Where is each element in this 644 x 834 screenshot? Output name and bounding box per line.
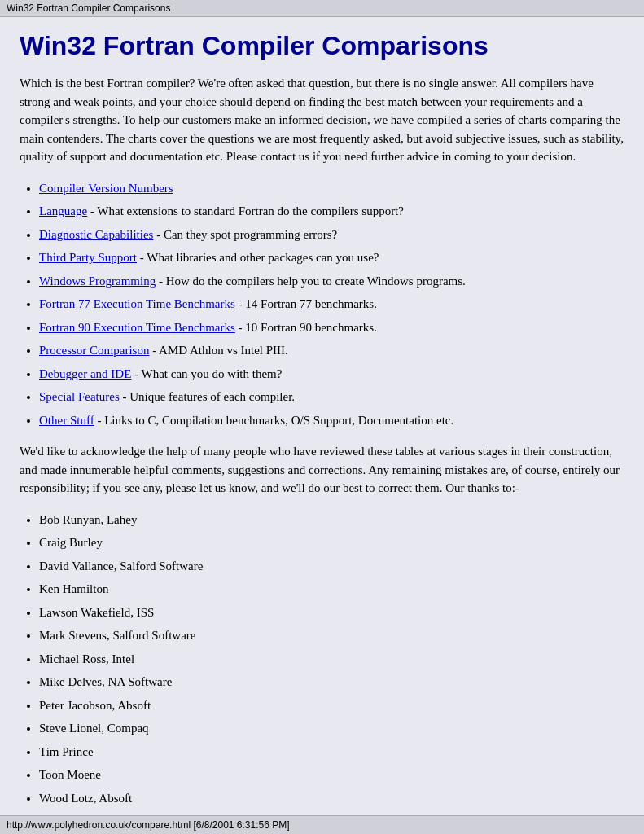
title-bar: Win32 Fortran Compiler Comparisons (0, 0, 644, 17)
link-item-2: Diagnostic Capabilities - Can they spot … (39, 226, 624, 244)
thanks-item-10: Tim Prince (39, 743, 624, 762)
title-bar-text: Win32 Fortran Compiler Comparisons (7, 2, 170, 14)
thanks-item-9: Steve Lionel, Compaq (39, 719, 624, 738)
intro-paragraph: Which is the best Fortran compiler? We'r… (20, 74, 624, 166)
link-suffix-4: - How do the compilers help you to creat… (156, 274, 466, 288)
link-item-0: Compiler Version Numbers (39, 179, 624, 198)
link-2[interactable]: Diagnostic Capabilities (39, 228, 153, 241)
link-5[interactable]: Fortran 77 Execution Time Benchmarks (39, 297, 235, 310)
link-10[interactable]: Other Stuff (39, 414, 94, 427)
link-8[interactable]: Debugger and IDE (39, 367, 131, 380)
main-content: Win32 Fortran Compiler Comparisons Which… (0, 17, 644, 834)
link-item-7: Processor Comparison - AMD Athlon vs Int… (39, 341, 624, 360)
link-3[interactable]: Third Party Support (39, 251, 137, 264)
link-item-6: Fortran 90 Execution Time Benchmarks - 1… (39, 318, 624, 337)
thanks-list: Bob Runyan, LaheyCraig BurleyDavid Valla… (39, 511, 624, 808)
thanks-item-8: Peter Jacobson, Absoft (39, 696, 624, 715)
link-9[interactable]: Special Features (39, 390, 120, 403)
thanks-item-12: Wood Lotz, Absoft (39, 789, 624, 808)
thanks-item-7: Mike Delves, NA Software (39, 673, 624, 691)
page-heading: Win32 Fortran Compiler Comparisons (20, 30, 624, 61)
thanks-item-3: Ken Hamilton (39, 580, 624, 599)
link-item-3: Third Party Support - What libraries and… (39, 248, 624, 267)
link-suffix-6: - 10 Fortran 90 benchmarks. (235, 321, 377, 334)
link-item-8: Debugger and IDE - What can you do with … (39, 365, 624, 384)
link-item-9: Special Features - Unique features of ea… (39, 388, 624, 406)
link-0[interactable]: Compiler Version Numbers (39, 182, 173, 195)
link-1[interactable]: Language (39, 204, 87, 217)
thanks-item-1: Craig Burley (39, 533, 624, 552)
link-item-5: Fortran 77 Execution Time Benchmarks - 1… (39, 295, 624, 314)
status-bar: http://www.polyhedron.co.uk/compare.html… (0, 815, 644, 834)
link-suffix-2: - Can they spot programming errors? (153, 228, 337, 241)
link-7[interactable]: Processor Comparison (39, 344, 149, 357)
link-item-1: Language - What extensions to standard F… (39, 202, 624, 221)
link-item-10: Other Stuff - Links to C, Compilation be… (39, 411, 624, 430)
status-bar-text: http://www.polyhedron.co.uk/compare.html… (7, 819, 290, 831)
thanks-item-2: David Vallance, Salford Software (39, 557, 624, 576)
thanks-item-5: Mark Stevens, Salford Software (39, 626, 624, 645)
link-suffix-10: - Links to C, Compilation benchmarks, O/… (94, 414, 454, 427)
link-item-4: Windows Programming - How do the compile… (39, 272, 624, 291)
links-list: Compiler Version NumbersLanguage - What … (39, 179, 624, 430)
thanks-item-0: Bob Runyan, Lahey (39, 511, 624, 529)
link-suffix-7: - AMD Athlon vs Intel PIII. (149, 344, 287, 357)
link-suffix-1: - What extensions to standard Fortran do… (87, 204, 404, 217)
thanks-item-6: Michael Ross, Intel (39, 650, 624, 669)
link-suffix-3: - What libraries and other packages can … (137, 251, 379, 264)
link-6[interactable]: Fortran 90 Execution Time Benchmarks (39, 321, 235, 334)
link-4[interactable]: Windows Programming (39, 274, 156, 288)
link-suffix-8: - What can you do with them? (131, 367, 282, 380)
thanks-item-11: Toon Moene (39, 766, 624, 784)
acknowledgment-paragraph: We'd like to acknowledge the help of man… (20, 442, 624, 498)
thanks-item-4: Lawson Wakefield, ISS (39, 604, 624, 622)
link-suffix-9: - Unique features of each compiler. (120, 390, 295, 403)
link-suffix-5: - 14 Fortran 77 benchmarks. (235, 297, 377, 310)
